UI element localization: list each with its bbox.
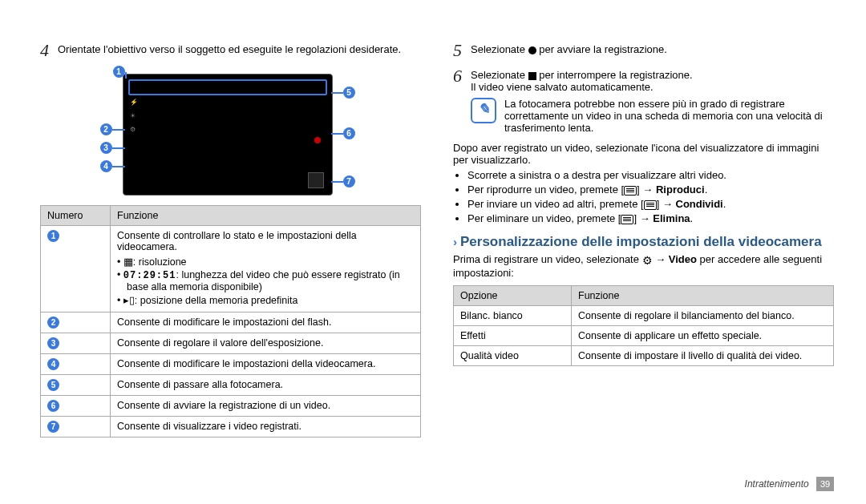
- flash-icon: ⚡: [130, 99, 138, 106]
- status-bar-highlight: [128, 79, 327, 95]
- step-num-6: 6: [453, 66, 471, 87]
- col-opzione: Opzione: [454, 285, 572, 305]
- callout-1: 1: [113, 66, 125, 78]
- playback-actions: Scorrete a sinistra o a destra per visua…: [453, 169, 834, 224]
- step-4-text: Orientate l'obiettivo verso il soggetto …: [58, 40, 421, 55]
- footer-section: Intrattenimento: [745, 478, 809, 490]
- note-box: ✎ La fotocamera potrebbe non essere più …: [471, 98, 834, 134]
- table-row: 7Consente di visualizzare i video regist…: [41, 417, 421, 437]
- callout-2: 2: [100, 123, 112, 135]
- subsection-intro: Prima di registrare un video, selezionat…: [453, 253, 834, 279]
- duration-code: 07:29:51: [123, 270, 176, 281]
- table-row: 3Consente di regolare il valore dell'esp…: [41, 333, 421, 354]
- callout-6: 6: [343, 127, 355, 139]
- side-icons: ⚡ ☀ ⚙: [130, 99, 138, 133]
- list-item: Scorrete a sinistra o a destra per visua…: [467, 169, 834, 181]
- table-row: 2Consente di modificare le impostazioni …: [41, 312, 421, 333]
- table-row: 4Consente di modificare le impostazioni …: [41, 354, 421, 375]
- table-row: 6Consente di avviare la registrazione di…: [41, 396, 421, 417]
- stop-icon: [528, 72, 536, 80]
- step-6-line2: Il video viene salvato automaticamente.: [471, 81, 654, 93]
- list-item: Per eliminare un video, premete [] → Eli…: [467, 212, 834, 224]
- step-num-5: 5: [453, 40, 471, 61]
- step-5: 5 Selezionate per avviare la registrazio…: [453, 40, 834, 61]
- note-icon: ✎: [471, 98, 496, 123]
- callout-7: 7: [343, 175, 355, 187]
- table-row: 5Consente di passare alla fotocamera.: [41, 375, 421, 396]
- left-column: 4 Orientate l'obiettivo verso il soggett…: [40, 40, 421, 437]
- step-6: 6 Selezionate per interrompere la regist…: [453, 66, 834, 93]
- page-number: 39: [816, 477, 834, 491]
- table-row: EffettiConsente di applicare un effetto …: [454, 325, 834, 345]
- record-button-icon: [314, 137, 321, 143]
- list-item: Per riprodurre un video, premete [] → Ri…: [467, 183, 834, 196]
- right-column: 5 Selezionate per avviare la registrazio…: [453, 40, 834, 437]
- gallery-thumbnail: [308, 172, 324, 188]
- phone-screen: ⚡ ☀ ⚙: [123, 74, 333, 196]
- menu-key-icon: [621, 215, 633, 224]
- camcorder-screenshot: ⚡ ☀ ⚙ 1 2 3 4 5 6 7: [99, 67, 363, 196]
- col-numero: Numero: [41, 206, 111, 226]
- callout-4: 4: [100, 160, 112, 172]
- callout-5: 5: [343, 87, 355, 99]
- settings-icon: ⚙: [130, 126, 138, 133]
- options-table: Opzione Funzione Bilanc. biancoConsente …: [453, 285, 834, 366]
- step-4: 4 Orientate l'obiettivo verso il soggett…: [40, 40, 421, 61]
- after-recording-text: Dopo aver registrato un video, seleziona…: [453, 142, 834, 166]
- col-funzione-2: Funzione: [572, 285, 834, 305]
- gear-icon: ⚙: [642, 254, 653, 267]
- note-text: La fotocamera potrebbe non essere più in…: [504, 98, 834, 134]
- row-num-1: 1: [47, 230, 59, 242]
- page-footer: Intrattenimento 39: [745, 477, 834, 491]
- menu-key-icon: [644, 200, 657, 210]
- table-row: 1 Consente di controllare lo stato e le …: [41, 226, 421, 312]
- chevron-right-icon: ›: [453, 235, 457, 248]
- table-row: Bilanc. biancoConsente di regolare il bi…: [454, 305, 834, 325]
- table-row: Qualità videoConsente di impostare il li…: [454, 345, 834, 365]
- row1-main: Consente di controllare lo stato e le im…: [117, 230, 357, 252]
- resolution-icon: ▦: [123, 256, 133, 268]
- col-funzione: Funzione: [111, 206, 421, 226]
- menu-key-icon: [624, 186, 637, 196]
- list-item: Per inviare un video ad altri, premete […: [467, 198, 834, 210]
- record-icon: [528, 46, 536, 54]
- callout-3: 3: [100, 142, 112, 154]
- storage-icon: ▸▯: [123, 295, 135, 306]
- exposure-icon: ☀: [130, 112, 138, 119]
- functions-table: Numero Funzione 1 Consente di controllar…: [40, 205, 421, 437]
- subsection-heading: ›Personalizzazione delle impostazioni de…: [453, 234, 834, 250]
- step-num-4: 4: [40, 40, 58, 61]
